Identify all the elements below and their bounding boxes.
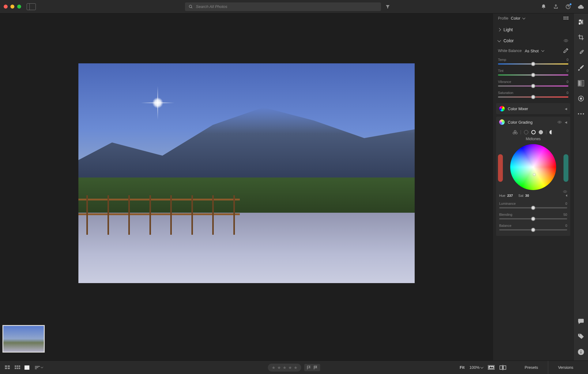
highlight-wheel-peek[interactable] [564,154,568,182]
blending-value: 50 [564,213,567,216]
search-icon [189,5,193,9]
midtones-tab[interactable] [531,130,536,134]
sat-value[interactable]: 30 [525,194,529,197]
color-mixer-panel[interactable]: Color Mixer ◀ [496,103,570,114]
highlights-tab[interactable] [539,130,543,134]
temp-value: 0 [567,58,568,62]
svg-rect-5 [567,17,568,18]
left-panel-toggle[interactable] [27,3,36,10]
shadow-wheel-peek[interactable] [498,154,503,182]
view-mode-switcher [5,365,29,370]
sort-button[interactable] [35,366,43,369]
saturation-slider[interactable]: Saturation0 [493,90,573,101]
wheel-marker[interactable] [533,173,536,176]
color-section-header[interactable]: Color [493,35,573,46]
presets-tab[interactable]: Presets [515,361,548,374]
original-toggle-icon[interactable] [488,365,495,370]
collapse-arrow-icon: ◀ [565,121,567,124]
shadows-tab[interactable] [524,130,528,134]
tint-label: Tint [498,69,503,73]
comments-icon[interactable] [577,318,585,325]
temp-label: Temp [498,58,506,62]
notifications-icon[interactable] [541,4,546,9]
tint-slider[interactable]: Tint0 [493,68,573,79]
white-balance-row[interactable]: White Balance As Shot [493,46,573,57]
hue-sat-row: Hue 237 Sat 30 [499,193,567,200]
photo-preview [78,63,415,283]
vibrance-label: Vibrance [498,80,511,84]
svg-point-30 [580,350,581,351]
visibility-icon[interactable] [557,121,562,124]
more-icon[interactable] [577,110,585,118]
svg-rect-49 [503,366,506,369]
tool-strip [573,13,588,361]
maximize-window[interactable] [17,5,21,9]
info-icon[interactable] [577,348,585,356]
global-tab[interactable] [549,130,554,134]
svg-rect-31 [5,365,7,367]
square-grid-view[interactable] [15,365,20,370]
svg-point-26 [580,113,582,114]
hue-value[interactable]: 237 [507,194,513,197]
svg-rect-48 [500,366,502,369]
zoom-dropdown[interactable]: 100% [469,365,483,370]
temp-slider[interactable]: Temp0 [493,57,573,68]
profile-grid-icon[interactable] [564,17,568,20]
color-grading-header[interactable]: Color Grading ◀ [496,117,570,128]
visibility-icon[interactable] [564,39,568,43]
thumbnail[interactable] [2,325,45,353]
color-wheel[interactable] [510,144,556,190]
bottom-bar: ★★★★★ Fit 100% Presets Versions [0,361,588,374]
brush-tool[interactable] [577,64,585,72]
gradient-tool[interactable] [577,80,585,87]
svg-rect-22 [579,81,583,86]
share-icon[interactable] [553,4,559,9]
svg-point-25 [578,113,579,114]
three-way-icon[interactable] [513,130,518,134]
pick-flag-icon[interactable] [307,365,311,370]
profile-row[interactable]: Profile Color [493,13,573,24]
light-section-header[interactable]: Light [493,24,573,35]
rating-stars[interactable]: ★★★★★ [268,364,301,372]
healing-tool[interactable] [577,49,585,56]
svg-point-24 [580,98,582,99]
luminance-label: Luminance [499,202,516,205]
svg-line-1 [191,7,192,8]
presets-versions-tabs: Presets Versions [515,361,583,374]
visibility-icon[interactable] [563,190,567,193]
svg-point-9 [565,40,567,41]
luminance-slider[interactable]: Luminance0 [499,200,567,211]
svg-point-11 [514,130,516,132]
minimize-window[interactable] [10,5,14,9]
eyedropper-icon[interactable] [563,48,568,54]
svg-point-27 [583,113,584,114]
search-box[interactable] [185,2,381,11]
blending-slider[interactable]: Blending50 [499,211,567,223]
help-icon[interactable] [565,4,571,9]
collapse-arrow-icon: ◀ [565,107,567,110]
fit-label[interactable]: Fit [460,365,465,370]
search-input[interactable] [196,4,377,9]
photo-grid-view[interactable] [5,365,10,370]
edit-tool[interactable] [577,18,585,26]
radial-tool[interactable] [577,95,585,102]
vibrance-slider[interactable]: Vibrance0 [493,79,573,90]
flag-buttons [304,364,320,371]
photo-canvas[interactable] [0,13,493,361]
detail-view[interactable] [24,365,29,370]
filter-button[interactable] [383,2,392,11]
crop-tool[interactable] [577,34,585,41]
grading-mode-label: Midtones [499,136,567,143]
zoom-value: 100% [469,365,480,370]
expand-arrow-icon[interactable] [566,194,567,197]
keywords-icon[interactable] [577,333,585,340]
compare-view-icon[interactable] [499,365,506,370]
svg-rect-41 [24,365,29,370]
svg-point-16 [579,20,581,21]
balance-slider[interactable]: Balance0 [499,223,567,232]
reject-flag-icon[interactable] [314,365,318,370]
cloud-sync-icon[interactable] [578,4,584,9]
svg-rect-36 [17,365,18,367]
versions-tab[interactable]: Versions [548,361,583,374]
close-window[interactable] [4,5,8,9]
